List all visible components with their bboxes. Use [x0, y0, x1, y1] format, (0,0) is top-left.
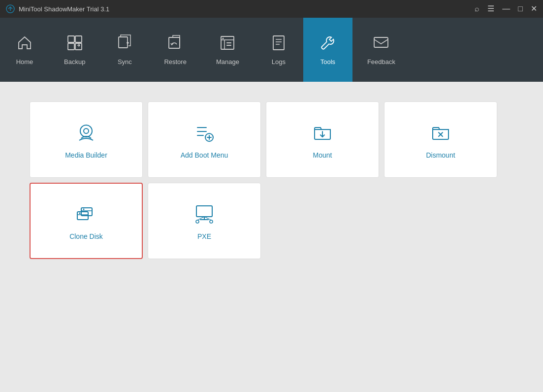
media-builder-icon — [74, 121, 98, 144]
svg-point-38 — [196, 220, 199, 223]
nav-label-tools: Tools — [320, 58, 335, 65]
feedback-icon — [372, 34, 390, 54]
nav-item-logs[interactable]: Logs — [254, 18, 303, 82]
app-logo — [6, 4, 15, 13]
nav-label-manage: Manage — [216, 58, 239, 65]
nav-item-backup[interactable]: Backup — [49, 18, 100, 82]
svg-rect-11 — [226, 42, 231, 43]
svg-point-19 — [84, 129, 89, 133]
svg-point-18 — [80, 125, 92, 137]
mount-icon — [311, 121, 334, 144]
svg-point-10 — [223, 38, 224, 39]
nav-bar: Home Backup Sync — [0, 18, 543, 82]
tool-label-dismount: Dismount — [426, 151, 455, 159]
svg-point-34 — [83, 208, 85, 210]
nav-label-logs: Logs — [272, 58, 286, 65]
app-title: MiniTool ShadowMaker Trial 3.1 — [19, 5, 475, 13]
nav-label-sync: Sync — [118, 58, 132, 65]
svg-rect-12 — [226, 45, 231, 46]
tool-label-mount: Mount — [313, 151, 332, 159]
svg-rect-3 — [68, 43, 74, 50]
nav-label-feedback: Feedback — [367, 58, 395, 65]
svg-rect-5 — [119, 37, 128, 48]
svg-point-39 — [210, 220, 213, 223]
pxe-icon — [192, 202, 216, 226]
tool-label-pxe: PXE — [197, 232, 211, 240]
tools-row-1: Media Builder Add Boot Menu — [30, 101, 513, 178]
nav-item-restore[interactable]: Restore — [149, 18, 201, 82]
backup-icon — [66, 34, 84, 54]
add-boot-menu-icon — [192, 121, 216, 144]
content-area: Media Builder Add Boot Menu — [0, 82, 543, 392]
nav-item-home[interactable]: Home — [0, 18, 49, 82]
home-icon — [16, 34, 33, 54]
svg-point-31 — [79, 212, 81, 214]
search-btn[interactable]: ⌕ — [475, 5, 479, 13]
tool-card-clone-disk[interactable]: Clone Disk — [30, 183, 143, 259]
svg-rect-17 — [374, 37, 388, 47]
tool-label-clone-disk: Clone Disk — [69, 232, 103, 240]
nav-label-home: Home — [16, 58, 33, 65]
svg-rect-35 — [196, 206, 212, 217]
dismount-icon — [429, 121, 452, 144]
tool-card-dismount[interactable]: Dismount — [384, 101, 497, 178]
svg-rect-2 — [75, 36, 82, 42]
nav-item-sync[interactable]: Sync — [100, 18, 149, 82]
nav-item-feedback[interactable]: Feedback — [352, 18, 410, 82]
tool-card-mount[interactable]: Mount — [266, 101, 379, 178]
window-controls: ⌕ ☰ — □ ✕ — [475, 5, 537, 13]
manage-icon — [219, 34, 236, 54]
tool-label-media-builder: Media Builder — [65, 151, 107, 159]
nav-label-backup: Backup — [64, 58, 85, 65]
tool-card-pxe[interactable]: PXE — [148, 183, 261, 259]
maximize-btn[interactable]: □ — [518, 5, 523, 13]
tools-row-2: Clone Disk PX — [30, 183, 513, 259]
logs-icon — [270, 34, 287, 54]
sync-icon — [116, 34, 133, 54]
close-btn[interactable]: ✕ — [531, 5, 537, 13]
svg-rect-13 — [273, 36, 284, 50]
menu-btn[interactable]: ☰ — [487, 5, 494, 13]
tools-icon — [319, 34, 337, 54]
restore-icon — [166, 34, 184, 54]
clone-disk-icon — [74, 202, 98, 226]
nav-item-manage[interactable]: Manage — [201, 18, 254, 82]
title-bar: MiniTool ShadowMaker Trial 3.1 ⌕ ☰ — □ ✕ — [0, 0, 543, 18]
nav-item-tools[interactable]: Tools — [303, 18, 352, 82]
tool-card-media-builder[interactable]: Media Builder — [30, 101, 143, 178]
tool-label-add-boot-menu: Add Boot Menu — [181, 151, 228, 159]
svg-rect-1 — [68, 36, 74, 42]
tools-grid: Media Builder Add Boot Menu — [30, 101, 513, 259]
minimize-btn[interactable]: — — [502, 5, 510, 13]
tool-card-add-boot-menu[interactable]: Add Boot Menu — [148, 101, 261, 178]
nav-label-restore: Restore — [164, 58, 187, 65]
